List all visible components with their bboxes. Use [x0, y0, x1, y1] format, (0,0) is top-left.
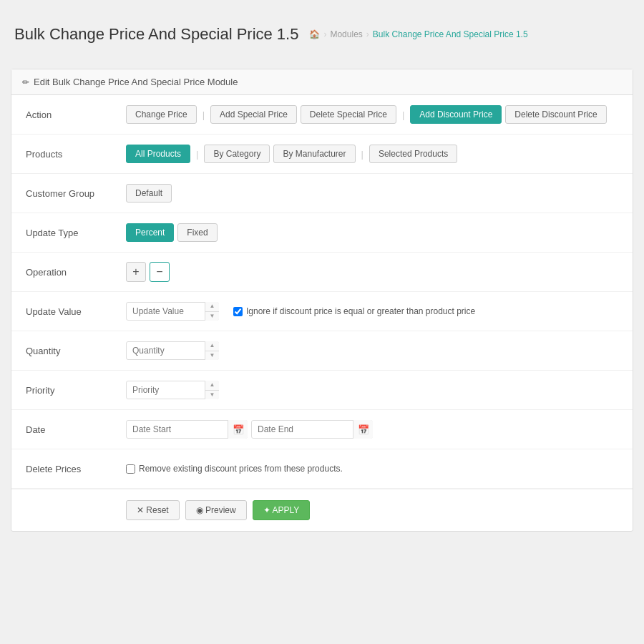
- action-label: Action: [26, 109, 126, 120]
- action-change-price-btn[interactable]: Change Price: [126, 105, 197, 124]
- products-label: Products: [26, 149, 126, 160]
- quantity-row: Quantity ▲ ▼: [11, 331, 633, 371]
- sep2: |: [402, 109, 404, 120]
- date-content: 📅 📅: [126, 420, 618, 439]
- action-add-special-price-btn[interactable]: Add Special Price: [210, 105, 297, 124]
- update-type-percent-btn[interactable]: Percent: [126, 223, 174, 242]
- products-all-btn[interactable]: All Products: [126, 145, 190, 163]
- breadcrumb-current[interactable]: Bulk Change Price And Special Price 1.5: [373, 29, 528, 39]
- priority-spin-down[interactable]: ▼: [205, 391, 219, 400]
- sep1: |: [203, 109, 205, 120]
- update-type-fixed-btn[interactable]: Fixed: [177, 223, 217, 242]
- quantity-label: Quantity: [26, 346, 126, 356]
- breadcrumb-sep1: ›: [323, 29, 326, 39]
- priority-spin-btns: ▲ ▼: [205, 381, 219, 399]
- customer-group-row: Customer Group Default: [11, 174, 633, 213]
- products-by-category-btn[interactable]: By Category: [204, 145, 270, 163]
- update-value-spin-btns: ▲ ▼: [205, 302, 219, 321]
- preview-button[interactable]: ◉ Preview: [185, 500, 247, 520]
- page-title: Bulk Change Price And Special Price 1.5: [14, 25, 298, 44]
- sep3: |: [196, 149, 198, 160]
- priority-label: Priority: [26, 385, 126, 396]
- main-card: ✏ Edit Bulk Change Price And Special Pri…: [11, 69, 633, 532]
- update-type-label: Update Type: [26, 228, 126, 238]
- breadcrumb: 🏠 › Modules › Bulk Change Price And Spec…: [309, 29, 527, 39]
- update-value-spin-down[interactable]: ▼: [205, 312, 219, 321]
- breadcrumb-modules: Modules: [330, 29, 362, 39]
- priority-content: ▲ ▼: [126, 381, 618, 399]
- update-value-input-wrap: ▲ ▼: [126, 302, 219, 321]
- apply-button[interactable]: ✦ APPLY: [253, 500, 310, 520]
- update-value-content: ▲ ▼ Ignore if discount price is equal or…: [126, 302, 618, 321]
- ignore-checkbox-label[interactable]: Ignore if discount price is equal or gre…: [233, 306, 475, 316]
- operation-label: Operation: [26, 267, 126, 278]
- pencil-icon: ✏: [22, 77, 29, 87]
- action-row: Action Change Price | Add Special Price …: [11, 95, 633, 135]
- update-type-row: Update Type Percent Fixed: [11, 213, 633, 253]
- operation-row: Operation + −: [11, 253, 633, 292]
- delete-prices-checkbox-text: Remove existing discount prices from the…: [139, 464, 343, 474]
- products-by-manufacturer-btn[interactable]: By Manufacturer: [273, 145, 355, 163]
- delete-prices-content: Remove existing discount prices from the…: [126, 464, 618, 474]
- ignore-checkbox[interactable]: [233, 307, 243, 316]
- quantity-spin-up[interactable]: ▲: [205, 341, 219, 351]
- date-end-calendar-icon[interactable]: 📅: [353, 420, 373, 439]
- action-delete-discount-price-btn[interactable]: Delete Discount Price: [505, 105, 606, 124]
- page-header: Bulk Change Price And Special Price 1.5 …: [11, 14, 633, 54]
- date-start-wrap: 📅: [126, 420, 248, 439]
- form-actions: ✕ Reset ◉ Preview ✦ APPLY: [11, 489, 633, 531]
- quantity-input-wrap: ▲ ▼: [126, 341, 219, 360]
- quantity-spin-down[interactable]: ▼: [205, 351, 219, 361]
- date-start-calendar-icon[interactable]: 📅: [228, 420, 248, 439]
- quantity-spin-btns: ▲ ▼: [205, 341, 219, 360]
- quantity-content: ▲ ▼: [126, 341, 618, 360]
- action-content: Change Price | Add Special Price Delete …: [126, 105, 618, 124]
- reset-button[interactable]: ✕ Reset: [126, 500, 180, 520]
- card-body: Action Change Price | Add Special Price …: [11, 95, 633, 531]
- update-value-row: Update Value ▲ ▼ Ignore if discount pric…: [11, 292, 633, 331]
- delete-prices-label: Delete Prices: [26, 464, 126, 474]
- date-row: Date 📅 📅: [11, 410, 633, 449]
- breadcrumb-sep2: ›: [366, 29, 369, 39]
- action-add-discount-price-btn[interactable]: Add Discount Price: [410, 105, 502, 124]
- operation-content: + −: [126, 262, 618, 282]
- update-value-spin-up[interactable]: ▲: [205, 302, 219, 312]
- priority-row: Priority ▲ ▼: [11, 371, 633, 410]
- priority-spin-up[interactable]: ▲: [205, 381, 219, 391]
- date-label: Date: [26, 424, 126, 435]
- products-row: Products All Products | By Category By M…: [11, 135, 633, 174]
- customer-group-label: Customer Group: [26, 188, 126, 199]
- delete-prices-row: Delete Prices Remove existing discount p…: [11, 449, 633, 489]
- delete-prices-checkbox[interactable]: [126, 464, 135, 474]
- delete-prices-checkbox-label[interactable]: Remove existing discount prices from the…: [126, 464, 343, 474]
- update-value-label: Update Value: [26, 306, 126, 317]
- customer-group-default-btn[interactable]: Default: [126, 184, 172, 203]
- operation-minus-btn[interactable]: −: [150, 262, 170, 282]
- card-header: ✏ Edit Bulk Change Price And Special Pri…: [11, 69, 633, 95]
- card-header-text: Edit Bulk Change Price And Special Price…: [34, 77, 238, 87]
- operation-plus-btn[interactable]: +: [126, 262, 146, 282]
- sep4: |: [361, 149, 364, 160]
- ignore-checkbox-text: Ignore if discount price is equal or gre…: [246, 306, 475, 316]
- update-type-content: Percent Fixed: [126, 223, 618, 242]
- priority-input-wrap: ▲ ▼: [126, 381, 219, 399]
- customer-group-content: Default: [126, 184, 618, 203]
- action-delete-special-price-btn[interactable]: Delete Special Price: [301, 105, 396, 124]
- products-selected-btn[interactable]: Selected Products: [369, 145, 457, 163]
- home-icon[interactable]: 🏠: [309, 29, 320, 39]
- date-end-wrap: 📅: [251, 420, 373, 439]
- products-content: All Products | By Category By Manufactur…: [126, 145, 618, 163]
